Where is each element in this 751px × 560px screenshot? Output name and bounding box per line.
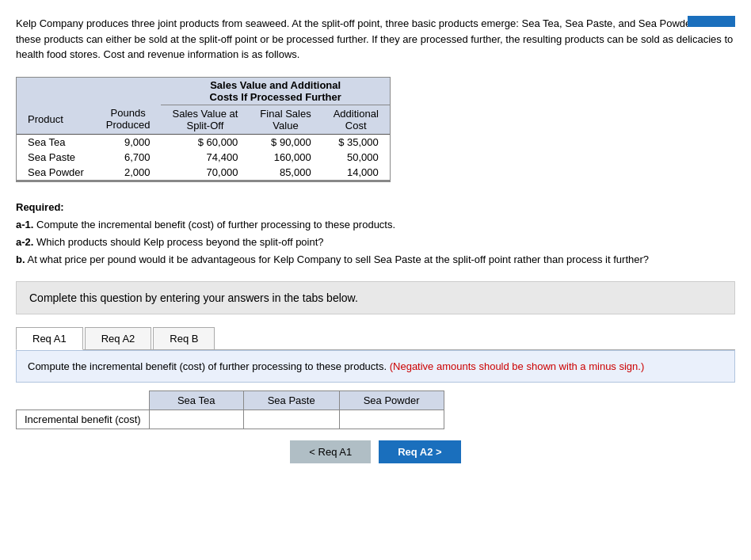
intro-paragraph: Kelp Company produces three joint produc… [16,16,735,63]
table-row-sea-tea: Sea Tea 9,000 $ 60,000 $ 90,000 $ 35,000 [17,134,390,150]
sea-paste-splitoff: 74,400 [161,150,249,165]
sea-paste-input[interactable] [248,412,335,427]
sea-tea-label: Sea Tea [17,134,95,150]
sea-paste-label: Sea Paste [17,150,95,165]
sea-tea-input[interactable] [153,412,240,427]
sea-powder-label: Sea Powder [17,165,95,181]
sea-paste-additional: 50,000 [322,150,390,165]
required-label: Required: [16,199,735,216]
req-b-item: b. At what price per pound would it be a… [16,251,735,269]
col-header-splitoff: Sales Value atSplit-Off [161,105,249,134]
sea-tea-pounds: 9,000 [95,134,162,150]
col-sea-paste: Sea Paste [243,391,339,410]
sea-paste-pounds: 6,700 [95,150,162,165]
required-section: Required: a-1. Compute the incremental b… [16,199,735,269]
sea-tea-input-cell[interactable] [149,410,243,429]
table-row-sea-paste: Sea Paste 6,700 74,400 160,000 50,000 [17,150,390,165]
sea-powder-additional: 14,000 [322,165,390,181]
sea-powder-input-cell[interactable] [339,410,444,429]
sea-paste-final: 160,000 [249,150,322,165]
answer-row-incremental: Incremental benefit (cost) [17,410,444,429]
req-a1-item: a-1. Compute the incremental benefit (co… [16,216,735,234]
tabs-row: Req A1 Req A2 Req B [16,327,735,350]
sea-powder-pounds: 2,000 [95,165,162,181]
table-top-header: Sales Value and AdditionalCosts If Proce… [161,78,389,105]
col-sea-powder: Sea Powder [339,391,444,410]
sea-powder-final: 85,000 [249,165,322,181]
col-header-additional: AdditionalCost [322,105,390,134]
sea-tea-final: $ 90,000 [249,134,322,150]
col-sea-tea: Sea Tea [149,391,243,410]
sea-paste-input-cell[interactable] [243,410,339,429]
sea-powder-input[interactable] [348,412,435,427]
tab-req-a2[interactable]: Req A2 [85,327,152,349]
col-header-product: Product [17,105,95,134]
prev-button[interactable]: < Req A1 [290,440,371,463]
col-header-pounds: PoundsProduced [95,105,162,134]
answer-table-wrapper: Sea Tea Sea Paste Sea Powder Incremental… [16,390,735,429]
info-red-text: (Negative amounts should be shown with a… [390,360,645,372]
req-a2-item: a-2. Which products should Kelp process … [16,234,735,251]
complete-question-text: Complete this question by entering your … [29,291,358,304]
next-button[interactable]: Req A2 > [379,440,461,463]
sea-tea-additional: $ 35,000 [322,134,390,150]
tab-req-a1[interactable]: Req A1 [16,327,83,350]
col-header-final: Final SalesValue [249,105,322,134]
incremental-label: Incremental benefit (cost) [17,410,150,429]
sea-powder-splitoff: 70,000 [161,165,249,181]
sea-tea-splitoff: $ 60,000 [161,134,249,150]
info-main-text: Compute the incremental benefit (cost) o… [28,360,387,372]
nav-buttons: < Req A1 Req A2 > [16,440,735,463]
complete-question-box: Complete this question by entering your … [16,281,735,314]
tab-req-b[interactable]: Req B [153,327,215,349]
table-row-sea-powder: Sea Powder 2,000 70,000 85,000 14,000 [17,165,390,181]
data-table-wrapper: Sales Value and AdditionalCosts If Proce… [16,77,735,185]
info-text-box: Compute the incremental benefit (cost) o… [16,350,735,383]
